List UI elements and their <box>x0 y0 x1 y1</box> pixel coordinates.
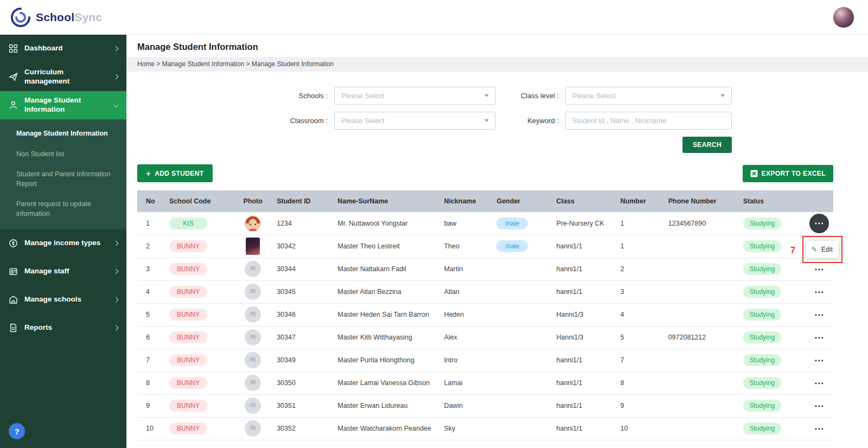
row-actions-button[interactable]: ⋯ <box>810 261 828 277</box>
row-actions-button[interactable]: ⋯ <box>810 375 828 391</box>
sidebar-item-manage-student-information[interactable]: Manage Student Information <box>0 91 126 119</box>
cell-nickname: Dawin <box>442 394 494 417</box>
chevron-right-icon <box>113 74 119 80</box>
breadcrumb[interactable]: Home > Manage Student Information > Mana… <box>126 57 868 72</box>
cell-photo <box>232 258 275 280</box>
row-actions-button[interactable]: ⋯ <box>810 284 828 300</box>
cell-student-id: 1234 <box>275 212 335 235</box>
cell-number: 4 <box>618 303 666 326</box>
school-code-badge: BUNNY <box>169 423 207 434</box>
sidebar-item-label: Manage staff <box>24 267 107 276</box>
classroom-select[interactable]: Please Select <box>334 112 496 130</box>
status-badge: Studying <box>743 377 781 389</box>
add-student-button[interactable]: + ADD STUDENT <box>137 164 213 182</box>
table-row: 3BUNNY30344Master Nattakarn FadilMartinh… <box>137 258 833 280</box>
chevron-down-icon <box>720 94 725 97</box>
cell-student-id: 30345 <box>275 280 335 303</box>
cell-student-id: 30351 <box>275 394 335 417</box>
cell-class: Hanni1/3 <box>554 326 618 349</box>
cell-class: hanni1/1 <box>554 258 618 280</box>
row-actions-button[interactable]: ⋯ <box>810 330 828 345</box>
keyword-input[interactable] <box>565 112 732 130</box>
cell-gender <box>494 303 554 326</box>
sidebar-item-curriculum-management[interactable]: Curriculum management <box>0 63 126 91</box>
header-student-id: Student ID <box>275 190 335 212</box>
row-actions-button[interactable]: ⋯ <box>810 353 828 368</box>
main-content: Manage Student Information Home > Manage… <box>126 35 868 448</box>
cell-phone <box>666 372 741 394</box>
cell-no: 8 <box>137 372 167 394</box>
cell-school-code: BUNNY <box>167 349 232 372</box>
dashboard-icon <box>9 44 18 53</box>
cell-actions: ⋯ <box>806 394 833 417</box>
chevron-down-icon <box>484 94 489 97</box>
sidebar-nav: Dashboard Curriculum management Manage S… <box>0 35 126 342</box>
keyword-label: Keyword : <box>500 117 561 125</box>
user-avatar[interactable] <box>833 7 854 28</box>
cell-school-code: BUNNY <box>167 394 232 417</box>
header-no: No <box>137 190 167 212</box>
cell-status: Studying <box>741 349 806 372</box>
row-actions-button[interactable]: ⋯ <box>810 421 828 437</box>
sidebar-subitem-non-student-list[interactable]: Non Student list <box>0 144 126 165</box>
cell-name: Master Kitti Witthayasing <box>335 326 442 349</box>
cell-phone <box>666 258 741 280</box>
photo-placeholder-icon <box>245 284 261 300</box>
cell-name: Master Heden Sai Tarn Barron <box>335 303 442 326</box>
cell-number: 1 <box>618 235 666 258</box>
sidebar-item-label: Reports <box>24 323 107 332</box>
cell-actions: ⋯ <box>806 372 833 394</box>
cell-name: Master Purita Hlongthong <box>335 349 442 372</box>
class-level-select[interactable]: Please Select <box>565 87 732 105</box>
cell-phone: 0972081212 <box>666 326 741 349</box>
chevron-right-icon <box>113 241 119 246</box>
help-button[interactable]: ? <box>9 423 25 439</box>
cell-phone <box>666 280 741 303</box>
cell-school-code: BUNNY <box>167 235 232 258</box>
gender-badge: male <box>496 240 528 252</box>
cell-photo <box>232 303 275 326</box>
school-code-badge: KIS <box>169 217 207 229</box>
school-code-badge: BUNNY <box>169 240 207 252</box>
cell-phone <box>666 349 741 372</box>
header-status: Status <box>741 190 806 212</box>
cell-no: 6 <box>137 326 167 349</box>
search-button[interactable]: SEARCH <box>682 137 732 153</box>
schools-select[interactable]: Please Select <box>334 87 496 105</box>
cell-gender <box>494 372 554 394</box>
sidebar-item-manage-schools[interactable]: Manage schools <box>0 286 126 314</box>
sidebar-item-manage-income-types[interactable]: Manage income types <box>0 229 126 258</box>
cell-gender <box>494 394 554 417</box>
chevron-right-icon <box>113 297 119 303</box>
cell-class: hanni1/1 <box>554 235 618 258</box>
income-icon <box>9 239 18 248</box>
status-badge: Studying <box>743 423 781 434</box>
sidebar: Dashboard Curriculum management Manage S… <box>0 35 126 448</box>
student-photo <box>246 238 260 255</box>
student-photo <box>245 215 261 232</box>
sidebar-subitem-manage-student-information[interactable]: Manage Student Information <box>0 124 126 144</box>
row-actions-button[interactable]: ⋯ <box>809 214 829 233</box>
row-actions-button[interactable]: ⋯ <box>810 307 828 323</box>
export-to-excel-button[interactable]: EXPORT TO EXCEL <box>743 165 833 182</box>
sidebar-subitem-student-parent-report[interactable]: Student and Parent Information Report <box>0 164 126 194</box>
cell-status: Studying <box>741 280 806 303</box>
cell-nickname: Intro <box>442 349 494 372</box>
cell-name: Master Theo Lestreit <box>335 235 442 258</box>
cell-student-id: 30346 <box>275 303 335 326</box>
sidebar-item-dashboard[interactable]: Dashboard <box>0 35 126 63</box>
cell-photo <box>232 280 275 303</box>
cell-gender: male <box>494 212 554 235</box>
chevron-right-icon <box>113 46 119 52</box>
student-table: No School Code Photo Student ID Name-Sur… <box>137 190 833 440</box>
edit-menu-item[interactable]: ✎ Edit <box>812 246 833 253</box>
cell-class: hanni1/1 <box>554 394 618 417</box>
photo-placeholder-icon <box>245 352 261 368</box>
app-logo[interactable]: SchoolSync <box>10 7 102 28</box>
chevron-right-icon <box>113 325 119 331</box>
row-actions-button[interactable]: ⋯ <box>810 398 828 414</box>
sidebar-item-reports[interactable]: Reports <box>0 314 126 342</box>
sidebar-item-manage-staff[interactable]: Manage staff <box>0 258 126 286</box>
table-row: 8BUNNY30350Master Lamai Vanessa GibsonLa… <box>137 372 833 394</box>
sidebar-subitem-parent-request-update[interactable]: Parent request to update information <box>0 194 126 224</box>
